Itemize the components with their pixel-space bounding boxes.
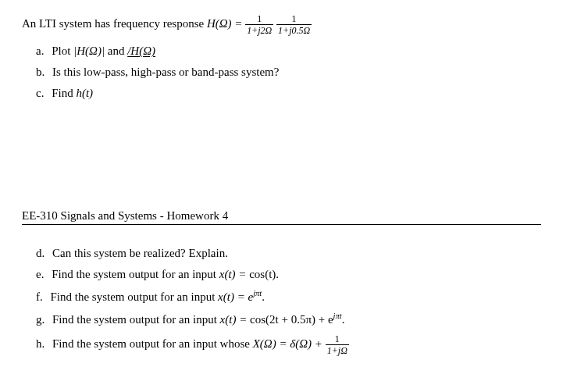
item-list-1: a. Plot |H(Ω)| and /H(Ω) b. Is this low-…: [22, 45, 541, 100]
item-e: e. Find the system output for an input x…: [36, 268, 541, 281]
item-text: Find the system output for an input x(t)…: [52, 313, 344, 326]
item-text: Find the system output for an input x(t)…: [51, 290, 265, 303]
item-list-2: d. Can this system be realized? Explain.…: [22, 247, 541, 355]
item-label: b.: [36, 66, 45, 78]
h-omega-expr: H(Ω) = 1 1+j2Ω 1 1+j0.5Ω: [207, 17, 312, 30]
item-label: e.: [36, 268, 44, 280]
item-text: Find the system output for an input x(t)…: [52, 268, 279, 280]
item-label: d.: [36, 247, 45, 259]
page-header: EE-310 Signals and Systems - Homework 4: [22, 209, 541, 225]
intro-prefix: An LTI system has frequency response: [22, 17, 207, 30]
item-text: Can this system be realized? Explain.: [52, 247, 228, 259]
item-a: a. Plot |H(Ω)| and /H(Ω): [36, 45, 541, 58]
item-f: f. Find the system output for an input x…: [36, 289, 541, 304]
fraction-x: 1 1+jΩ: [326, 334, 349, 355]
fraction-1: 1 1+j2Ω: [245, 14, 273, 35]
problem-statement: An LTI system has frequency response H(Ω…: [22, 14, 541, 35]
fraction-2: 1 1+j0.5Ω: [276, 14, 312, 35]
item-c: c. Find h(t): [36, 87, 541, 100]
item-b: b. Is this low-pass, high-pass or band-p…: [36, 66, 541, 79]
item-label: g.: [36, 313, 45, 326]
item-text: Find the system output for an input whos…: [52, 337, 349, 350]
item-text: Is this low-pass, high-pass or band-pass…: [52, 66, 279, 78]
item-label: h.: [36, 337, 45, 350]
header-text: EE-310 Signals and Systems - Homework 4: [22, 209, 228, 222]
item-h: h. Find the system output for an input w…: [36, 334, 541, 355]
item-text: Plot |H(Ω)| and /H(Ω): [52, 45, 155, 57]
item-text: Find h(t): [52, 87, 93, 99]
spacer: [22, 108, 541, 209]
item-label: f.: [36, 290, 43, 303]
angle-h: /H(Ω): [127, 45, 155, 57]
item-d: d. Can this system be realized? Explain.: [36, 247, 541, 260]
item-label: a.: [36, 45, 44, 57]
item-g: g. Find the system output for an input x…: [36, 312, 541, 326]
item-label: c.: [36, 87, 44, 99]
